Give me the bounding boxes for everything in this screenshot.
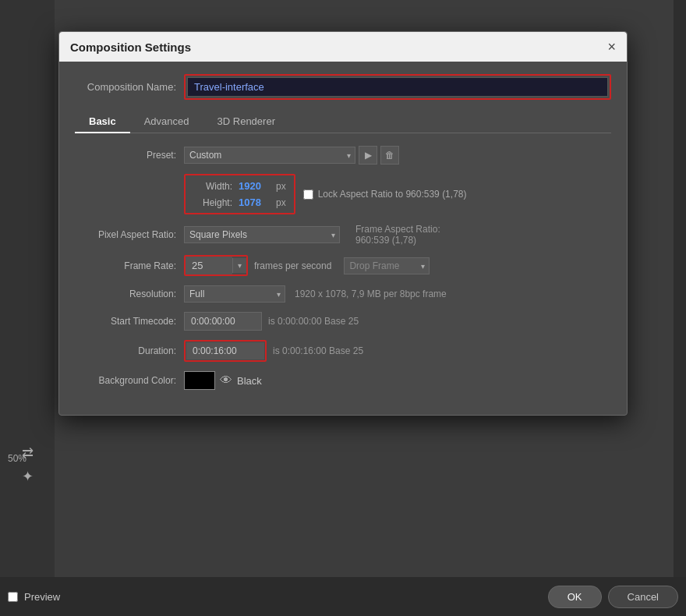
duration-input-wrap: [184, 340, 267, 362]
frame-rate-input[interactable]: [186, 257, 232, 274]
preset-delete-button[interactable]: 🗑: [380, 146, 399, 165]
frame-rate-label: Frame Rate:: [75, 260, 184, 271]
lock-aspect-checkbox[interactable]: [303, 189, 313, 200]
bg-color-row: Background Color: 👁 Black: [75, 371, 611, 390]
resolution-select-wrap: Full: [184, 285, 285, 303]
composition-settings-dialog: Composition Settings × Composition Name:…: [58, 31, 628, 416]
bg-color-name: Black: [237, 375, 262, 387]
preset-label: Preset:: [75, 150, 184, 161]
lock-aspect-row: Lock Aspect Ratio to 960:539 (1,78): [303, 189, 467, 200]
height-row: Height: 1078 px: [193, 196, 286, 208]
width-unit: px: [276, 181, 286, 192]
ok-button[interactable]: OK: [548, 586, 602, 608]
preset-row: Preset: Custom ▶ 🗑: [75, 146, 611, 165]
drop-frame-select[interactable]: Drop Frame: [344, 257, 430, 274]
cancel-button[interactable]: Cancel: [608, 586, 678, 608]
width-label: Width:: [193, 181, 232, 192]
width-row: Width: 1920 px: [193, 180, 286, 192]
bottom-bar: Preview OK Cancel: [0, 577, 686, 616]
preview-checkbox[interactable]: [8, 592, 18, 602]
resolution-row: Resolution: Full 1920 x 1078, 7,9 MB per…: [75, 285, 611, 303]
frame-rate-row: Frame Rate: ▾ frames per second Drop Fra…: [75, 255, 611, 276]
dialog-body: Composition Name: Basic Advanced 3D Rend…: [59, 62, 627, 415]
eyedropper-button[interactable]: 👁: [220, 373, 232, 388]
preset-select[interactable]: Custom: [184, 147, 355, 164]
start-timecode-row: Start Timecode: is 0:00:00:00 Base 25: [75, 312, 611, 331]
comp-name-input[interactable]: [187, 77, 608, 97]
app-background: ⇄ ✦ 50% Composition Settings × Compositi…: [0, 0, 686, 616]
resolution-label: Resolution:: [75, 289, 184, 299]
frame-ar-block: Frame Aspect Ratio: 960:539 (1,78): [355, 224, 440, 246]
tab-3d-renderer[interactable]: 3D Renderer: [203, 111, 289, 133]
pixel-ar-label: Pixel Aspect Ratio:: [75, 229, 184, 240]
bg-color-swatch[interactable]: [184, 371, 215, 390]
duration-label: Duration:: [75, 345, 184, 356]
frame-ar-label: Frame Aspect Ratio:: [355, 224, 440, 235]
left-icon-2: ✦: [22, 468, 34, 485]
resolution-info: 1920 x 1078, 7,9 MB per 8bpc frame: [295, 289, 447, 299]
tab-basic[interactable]: Basic: [75, 111, 130, 133]
dialog-titlebar: Composition Settings ×: [59, 32, 627, 62]
tab-advanced[interactable]: Advanced: [130, 111, 203, 133]
preset-select-wrap: Custom: [184, 147, 355, 164]
width-value: 1920: [239, 180, 270, 192]
bg-color-label: Background Color:: [75, 375, 184, 386]
tabs-bar: Basic Advanced 3D Renderer: [75, 111, 611, 133]
frame-rate-dropdown[interactable]: ▾: [232, 258, 246, 273]
comp-name-label: Composition Name:: [75, 81, 184, 93]
frame-rate-wrap: ▾: [184, 255, 248, 276]
start-tc-input[interactable]: [184, 312, 262, 331]
preset-save-button[interactable]: ▶: [359, 146, 377, 165]
duration-suffix: is 0:00:16:00 Base 25: [273, 345, 363, 356]
comp-name-input-wrap: [184, 74, 611, 100]
dimension-box: Width: 1920 px Height: 1078 px: [184, 174, 295, 214]
fps-label: frames per second: [254, 260, 331, 271]
pixel-ar-row: Pixel Aspect Ratio: Square Pixels Frame …: [75, 224, 611, 246]
height-label: Height:: [193, 197, 232, 208]
dimensions-row: Width: 1920 px Height: 1078 px Lock Aspe…: [75, 174, 611, 214]
dialog-title: Composition Settings: [70, 41, 191, 54]
lock-aspect-label: Lock Aspect Ratio to 960:539 (1,78): [318, 189, 467, 200]
right-scrollbar: [674, 0, 686, 577]
drop-frame-wrap: Drop Frame: [338, 257, 430, 274]
resolution-select[interactable]: Full: [184, 285, 285, 303]
frame-ar-value: 960:539 (1,78): [355, 235, 440, 246]
height-value: 1078: [239, 196, 270, 208]
start-tc-label: Start Timecode:: [75, 316, 184, 327]
left-panel: ⇄ ✦: [0, 0, 55, 577]
duration-input[interactable]: [186, 342, 264, 359]
zoom-label: 50%: [8, 453, 27, 464]
comp-name-row: Composition Name:: [75, 74, 611, 100]
preview-label: Preview: [24, 591, 60, 603]
duration-row: Duration: is 0:00:16:00 Base 25: [75, 340, 611, 362]
pixel-ar-select-wrap: Square Pixels: [184, 226, 340, 243]
height-unit: px: [276, 197, 286, 208]
pixel-ar-select[interactable]: Square Pixels: [184, 226, 340, 243]
close-button[interactable]: ×: [607, 40, 616, 54]
start-tc-suffix: is 0:00:00:00 Base 25: [268, 316, 359, 327]
